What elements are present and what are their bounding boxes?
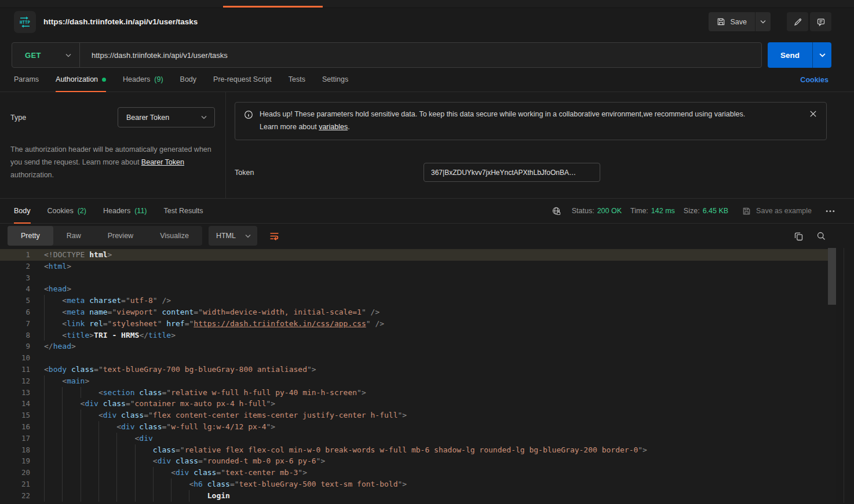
more-actions-button[interactable] [826, 210, 835, 213]
token-value: 367|BxZDUYkvv7jxHeYnctAPXthLbJfoOnBA… [431, 169, 576, 177]
response-viewer-toolbar: Pretty Raw Preview Visualize HTML [0, 224, 854, 248]
language-value: HTML [216, 232, 236, 240]
save-button-label: Save [731, 18, 747, 26]
search-icon[interactable] [816, 231, 826, 241]
line-number: 21 [0, 479, 30, 490]
banner-text: Heads up! These parameters hold sensitiv… [260, 108, 799, 133]
line-number: 7 [0, 318, 30, 330]
size-pair: Size: 6.45 KB [684, 207, 728, 215]
line-number: 19 [0, 455, 30, 467]
line-number: 4 [0, 283, 30, 295]
save-button[interactable]: Save [709, 12, 756, 31]
code-line: 9</head> [0, 341, 836, 352]
response-meta: Status: 200 OK Time: 142 ms Size: 6.45 K… [552, 199, 835, 223]
line-number: 16 [0, 421, 30, 433]
chevron-down-icon [245, 234, 251, 238]
auth-type-label: Type [10, 114, 26, 122]
status-value: 200 OK [597, 207, 622, 215]
code-lines[interactable]: 1<!DOCTYPE html>2<html>34<head>5<meta ch… [0, 248, 836, 503]
wrap-text-icon [269, 231, 279, 241]
line-number: 8 [0, 330, 30, 341]
code-line: 3 [0, 272, 836, 284]
code-line: 5<meta charset="utf-8" /> [0, 295, 836, 306]
code-line: 10 [0, 352, 836, 364]
method-select[interactable]: GET [12, 43, 80, 67]
workspace-tab-strip [0, 0, 854, 8]
response-tab-test-results[interactable]: Test Results [164, 199, 203, 224]
view-mode-visualize[interactable]: Visualize [147, 226, 202, 246]
request-url-row: GET https://dash.triinfotek.in/api/v1/us… [12, 42, 831, 68]
bearer-token-doc-link[interactable]: Bearer Token [141, 158, 184, 166]
active-workspace-tab-underline [223, 6, 323, 8]
http-request-icon: HTTP [14, 11, 36, 33]
auth-type-select[interactable]: Bearer Token [118, 107, 215, 127]
line-number: 13 [0, 387, 30, 399]
save-options-button[interactable] [755, 12, 771, 31]
editor-scrollbar-thumb[interactable] [828, 248, 836, 305]
copy-icon[interactable] [794, 231, 804, 241]
close-icon[interactable] [809, 110, 817, 133]
code-line: 11<body class="text-blueGray-700 bg-blue… [0, 364, 836, 375]
line-number: 11 [0, 364, 30, 375]
token-input[interactable]: 367|BxZDUYkvv7jxHeYnctAPXthLbJfoOnBA… [424, 163, 600, 182]
view-mode-pretty[interactable]: Pretty [8, 226, 53, 246]
tab-headers[interactable]: Headers (9) [123, 68, 163, 92]
tab-authorization[interactable]: Authorization [56, 68, 106, 92]
line-number: 1 [0, 249, 30, 261]
url-input[interactable]: https://dash.triinfotek.in/api/v1/user/t… [80, 51, 228, 60]
code-line: 1<!DOCTYPE html> [0, 249, 836, 261]
save-button-group: Save [709, 12, 771, 31]
line-number: 17 [0, 433, 30, 444]
authorization-panel: Type Bearer Token The authorization head… [0, 92, 854, 199]
response-body-editor: 1<!DOCTYPE html>2<html>34<head>5<meta ch… [0, 248, 854, 503]
response-tab-headers[interactable]: Headers (11) [103, 199, 147, 224]
code-line: 20<div class="text-center mb-3"> [0, 467, 836, 479]
token-label: Token [235, 169, 424, 177]
send-button[interactable]: Send [768, 42, 812, 68]
line-number: 15 [0, 410, 30, 421]
variables-doc-link[interactable]: variables [319, 123, 348, 131]
tab-params[interactable]: Params [14, 68, 39, 92]
svg-text:HTTP: HTTP [20, 20, 30, 25]
auth-type-value: Bearer Token [126, 114, 169, 122]
authorization-config-column: Heads up! These parameters hold sensitiv… [226, 92, 854, 198]
line-number: 3 [0, 272, 30, 284]
code-line: 7<link rel="stylesheet" href="https://da… [0, 318, 836, 330]
sensitive-data-banner: Heads up! These parameters hold sensitiv… [235, 102, 827, 140]
tab-tests[interactable]: Tests [289, 68, 305, 92]
tab-settings[interactable]: Settings [322, 68, 348, 92]
tab-body[interactable]: Body [180, 68, 197, 92]
response-tab-body[interactable]: Body [14, 199, 31, 224]
time-pair: Time: 142 ms [630, 207, 675, 215]
editor-right-border [844, 248, 844, 503]
language-select[interactable]: HTML [209, 226, 257, 246]
response-headers-count-badge: (11) [134, 207, 147, 215]
send-options-button[interactable] [812, 42, 831, 68]
edit-button[interactable] [787, 12, 808, 31]
url-bar: GET https://dash.triinfotek.in/api/v1/us… [12, 42, 762, 68]
code-line: 14<div class="container mx-auto px-4 h-f… [0, 398, 836, 410]
code-line: 19<div class="rounded-t mb-0 px-6 py-6"> [0, 455, 836, 467]
save-as-example-button[interactable]: Save as example [742, 207, 812, 216]
comments-button[interactable] [810, 12, 831, 31]
wrap-lines-toggle[interactable] [265, 226, 284, 246]
network-info-icon[interactable] [552, 206, 561, 216]
view-mode-preview[interactable]: Preview [94, 226, 147, 246]
line-number: 22 [0, 490, 30, 502]
save-icon [717, 17, 725, 26]
view-mode-switcher: Pretty Raw Preview Visualize [8, 226, 202, 246]
tab-pre-request-script[interactable]: Pre-request Script [213, 68, 272, 92]
code-line: 12<main> [0, 375, 836, 387]
code-line: 15<div class="flex content-center items-… [0, 410, 836, 421]
line-number: 12 [0, 375, 30, 387]
cookies-link[interactable]: Cookies [800, 76, 829, 84]
code-line: 4<head> [0, 283, 836, 295]
view-mode-raw[interactable]: Raw [53, 226, 94, 246]
cookies-count-badge: (2) [78, 207, 86, 215]
response-header: Body Cookies (2) Headers (11) Test Resul… [0, 199, 854, 224]
response-tab-cookies[interactable]: Cookies (2) [48, 199, 86, 224]
line-number: 20 [0, 467, 30, 479]
save-icon [742, 207, 751, 216]
headers-count-badge: (9) [154, 75, 163, 83]
line-number: 2 [0, 261, 30, 272]
